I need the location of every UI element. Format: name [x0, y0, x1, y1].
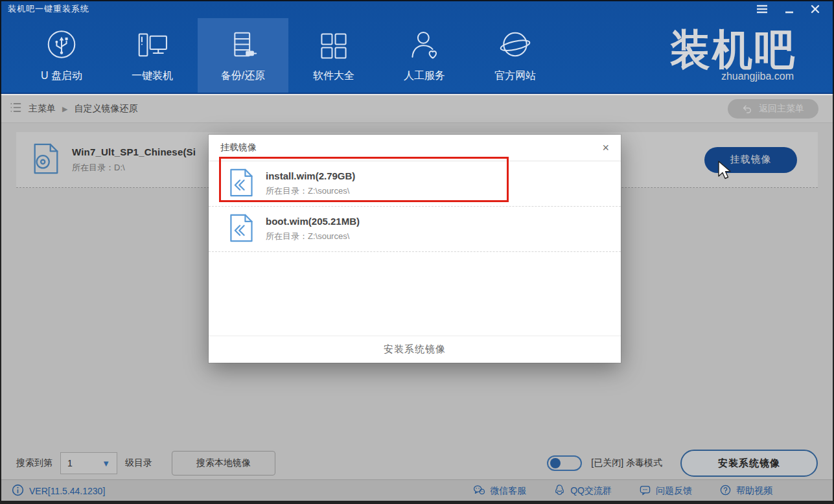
nav-label: 一键装机 — [132, 69, 173, 83]
nav-label: 官方网站 — [494, 69, 536, 83]
app-window: 装机吧一键重装系统 — [0, 0, 834, 504]
main-nav: U 盘启动 一键装机 — [0, 18, 834, 93]
wim-file-icon — [227, 167, 255, 201]
usb-drive-icon — [44, 29, 79, 63]
mount-image-modal: 挂载镜像 × install.wim(2.79GB) 所在目录：Z:\sourc… — [209, 135, 621, 363]
modal-item-path: 所在目录：Z:\sources\ — [266, 231, 360, 242]
nav-item-usb-boot[interactable]: U 盘启动 — [16, 18, 107, 93]
titlebar: 装机吧一键重装系统 — [0, 0, 834, 18]
modal-install-system-image-button[interactable]: 安装系统镜像 — [209, 336, 621, 363]
nav-label: 软件大全 — [313, 69, 354, 83]
nav-label: U 盘启动 — [41, 69, 82, 83]
app-header: 装机吧一键重装系统 — [0, 0, 834, 94]
globe-icon — [498, 29, 533, 63]
modal-item-name: boot.wim(205.21MB) — [266, 216, 360, 227]
window-controls — [756, 5, 826, 14]
wim-file-icon — [227, 212, 255, 246]
nav-label: 备份/还原 — [221, 69, 265, 83]
modal-item-name: install.wim(2.79GB) — [266, 170, 355, 181]
nav-item-human-support[interactable]: 人工服务 — [379, 18, 470, 93]
support-person-icon — [407, 29, 442, 63]
minimize-icon[interactable] — [785, 5, 794, 14]
modal-close-icon[interactable]: × — [602, 142, 609, 154]
nav-item-one-key-install[interactable]: 一键装机 — [107, 18, 198, 93]
modal-item-text: boot.wim(205.21MB) 所在目录：Z:\sources\ — [266, 216, 360, 242]
nav-item-official-website[interactable]: 官方网站 — [470, 18, 561, 93]
nav-item-backup-restore[interactable]: 备份/还原 — [198, 18, 288, 93]
brand-logo: 装机吧 zhuangjiba.com — [670, 30, 796, 82]
modal-item-path: 所在目录：Z:\sources\ — [266, 185, 355, 197]
modal-item-boot-wim[interactable]: boot.wim(205.21MB) 所在目录：Z:\sources\ — [209, 207, 621, 252]
modal-title: 挂载镜像 — [220, 142, 257, 154]
computer-icon — [135, 29, 170, 63]
menu-icon[interactable] — [756, 5, 768, 14]
apps-grid-icon — [316, 29, 351, 63]
modal-item-text: install.wim(2.79GB) 所在目录：Z:\sources\ — [266, 170, 355, 197]
backup-restore-icon — [226, 29, 261, 63]
nav-item-software-collection[interactable]: 软件大全 — [288, 18, 379, 93]
modal-item-install-wim[interactable]: install.wim(2.79GB) 所在目录：Z:\sources\ — [209, 161, 621, 207]
nav-label: 人工服务 — [404, 69, 445, 83]
brand-logo-text: 装机吧 — [670, 29, 796, 71]
close-icon[interactable] — [811, 5, 820, 14]
app-title: 装机吧一键重装系统 — [8, 3, 89, 15]
modal-header: 挂载镜像 × — [209, 135, 621, 161]
